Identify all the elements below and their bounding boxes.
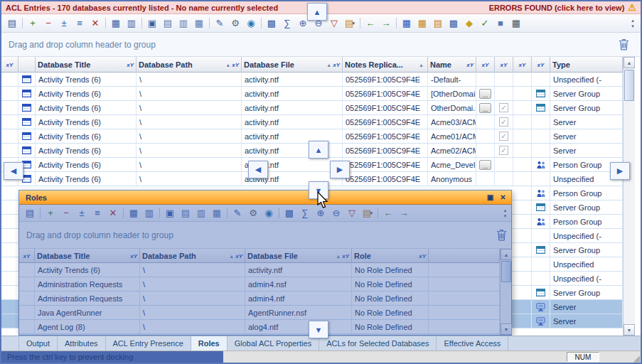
remove-entry-button[interactable]: −	[41, 16, 55, 31]
import-button[interactable]: ←	[381, 206, 395, 220]
filter-icon[interactable]: xY	[537, 62, 545, 68]
table-row[interactable]: Administration Requests\admin4.nsfNo Rol…	[19, 277, 500, 291]
resize-grip[interactable]: ◢	[633, 354, 640, 363]
paste-button[interactable]: ▥	[194, 206, 208, 220]
import-button[interactable]: ←	[363, 16, 378, 31]
filter-icon[interactable]: xY	[501, 62, 508, 68]
scroll-up-button[interactable]: ▲	[624, 57, 635, 68]
duplicate-button[interactable]: ▦	[210, 206, 224, 220]
filter-icon[interactable]: xY	[482, 62, 489, 68]
errors-banner[interactable]: ERRORS FOUND (click here to view) ⚠	[489, 3, 636, 12]
table-row[interactable]: Activity Trends (6)\activity.ntf052569F1…	[1, 73, 623, 87]
filter-icon[interactable]: xY	[127, 62, 134, 68]
merge-cells-button[interactable]: ▣	[163, 206, 177, 220]
remove-entry-button[interactable]: −	[59, 206, 73, 220]
roles-toolbar-overflow-button[interactable]: ▴ ▾	[501, 206, 510, 220]
column-header-title[interactable]: Database TitlexY	[36, 57, 137, 73]
close-button[interactable]: ✕	[498, 193, 508, 203]
column-header-name[interactable]: NamexY	[428, 57, 476, 73]
tab-attributes[interactable]: Attributes	[58, 336, 105, 350]
column-header-flag3[interactable]: xY	[513, 57, 532, 73]
web-button[interactable]: ◉	[244, 16, 258, 31]
dock-guide-edge-left[interactable]: ◀	[4, 162, 23, 180]
column-header-flag4[interactable]: xY	[532, 57, 550, 73]
filter-icon[interactable]: xY	[419, 253, 426, 259]
main-vertical-scrollbar[interactable]: ▲ ▼	[623, 57, 635, 336]
column-header-filler[interactable]	[429, 249, 500, 263]
checkbox-checked[interactable]: ✓	[499, 103, 508, 112]
table-row[interactable]: Activity Trends (6)\activity.ntfNo Role …	[19, 263, 500, 277]
checkbox-checked[interactable]: ✓	[499, 146, 508, 155]
column-header-file[interactable]: Database File▲xY	[245, 249, 352, 263]
column-header-type[interactable]: Type	[550, 57, 623, 73]
tab-output[interactable]: Output	[18, 336, 58, 350]
copy-button[interactable]: ▤	[161, 16, 175, 31]
filter-icon[interactable]: xY	[235, 253, 242, 259]
grid-edit-button[interactable]: ▩	[282, 206, 296, 220]
select-all-button[interactable]: ≡	[73, 16, 87, 31]
filter-icon[interactable]: xY	[23, 253, 31, 259]
cube-button[interactable]: ▩	[446, 16, 461, 31]
filter-clear-button[interactable]: ▽	[345, 206, 359, 220]
trash-button[interactable]	[619, 38, 629, 53]
clipboard-menu-button[interactable]: ▤▾	[343, 16, 357, 31]
modify-entry-button[interactable]: ±	[57, 16, 71, 31]
toolbar-overflow-button[interactable]: ▴ ▾	[628, 16, 638, 31]
filter-icon[interactable]: xY	[6, 62, 14, 68]
column-layout-button[interactable]: ▥	[142, 206, 156, 220]
table-row[interactable]: Activity Trends (6)\activity.ntf052569F1…	[1, 87, 623, 101]
tab-effective-access[interactable]: Effective Access	[437, 336, 508, 350]
table-row[interactable]: Activity Trends (6)\activity.ntf052569F1…	[1, 101, 623, 115]
filter-icon[interactable]: xY	[232, 62, 239, 68]
filter-icon[interactable]: xY	[466, 62, 474, 68]
column-header-path[interactable]: Database Path▲xY	[140, 249, 245, 263]
add-entry-button[interactable]: +	[26, 16, 40, 31]
keypad-button[interactable]: ▦	[509, 16, 523, 31]
table-row[interactable]: Activity Trends (6)\activity.ntf052569F1…	[1, 158, 623, 172]
select-all-button[interactable]: ≡	[90, 206, 105, 220]
filter-icon[interactable]: xY	[519, 62, 526, 68]
certificate-button[interactable]: ✓	[478, 16, 492, 31]
summary-button[interactable]: ∑	[298, 206, 312, 220]
tab-global-acl-properties[interactable]: Global ACL Properties	[228, 336, 319, 350]
summary-button[interactable]: ∑	[280, 16, 294, 31]
filter-icon[interactable]: xY	[333, 62, 340, 68]
scroll-thumb[interactable]	[501, 261, 511, 282]
column-header-replica[interactable]: Notes Replica...▲	[343, 57, 428, 73]
roles-vertical-scrollbar[interactable]: ▲ ▼	[500, 249, 511, 335]
scroll-down-button[interactable]: ▼	[624, 324, 635, 336]
tab-acl-entry-presence[interactable]: ACL Entry Presence	[106, 336, 191, 350]
group-by-band[interactable]: Drag and drop column header to group	[1, 33, 641, 57]
export-view-button[interactable]: ▤	[23, 206, 37, 220]
column-header-indicator[interactable]: xY	[19, 249, 35, 263]
paste-button[interactable]: ▥	[176, 16, 191, 31]
table-row[interactable]: Activity Trends (6)\activity.ntf052569F1…	[1, 115, 623, 129]
settings-button[interactable]: ⚙	[246, 206, 260, 220]
column-header-title[interactable]: Database TitlexY	[35, 249, 140, 263]
scroll-up-button[interactable]: ▲	[501, 249, 512, 260]
scroll-down-button[interactable]: ▼	[501, 323, 512, 335]
dock-guide-right[interactable]: ▶	[330, 161, 350, 178]
trash-button[interactable]	[496, 229, 507, 244]
dock-guide-left[interactable]: ◀	[248, 161, 268, 178]
dock-guide-top[interactable]: ▲	[307, 3, 327, 21]
clear-selection-button[interactable]: ✕	[106, 206, 120, 220]
filter-icon[interactable]: xY	[130, 253, 137, 259]
settings-button[interactable]: ⚙	[228, 16, 242, 31]
table-row[interactable]: Administration Requests\admin4.ntfNo Rol…	[19, 291, 500, 306]
column-header-path[interactable]: Database Path▲xY	[137, 57, 242, 73]
key-button[interactable]: ◆	[462, 16, 476, 31]
calendar-button[interactable]: ▤	[431, 16, 445, 31]
clear-selection-button[interactable]: ✕	[88, 16, 102, 31]
ellipsis-button[interactable]: ...	[479, 160, 491, 170]
table-row[interactable]: Agent Log (8)\alog4.ntfNo Role Defined	[19, 320, 500, 334]
web-button[interactable]: ◉	[262, 206, 276, 220]
export-view-button[interactable]: ▤	[5, 16, 19, 31]
tab-roles[interactable]: Roles	[191, 336, 228, 350]
table-blue-button[interactable]: ▦	[400, 16, 414, 31]
copy-button[interactable]: ▤	[178, 206, 193, 220]
column-header-file[interactable]: Database File▲xY	[242, 57, 343, 73]
dock-guide-bottom[interactable]: ▼	[309, 321, 328, 338]
grid-view-button[interactable]: ▦	[127, 206, 141, 220]
column-header-indicator[interactable]: xY	[1, 57, 18, 73]
